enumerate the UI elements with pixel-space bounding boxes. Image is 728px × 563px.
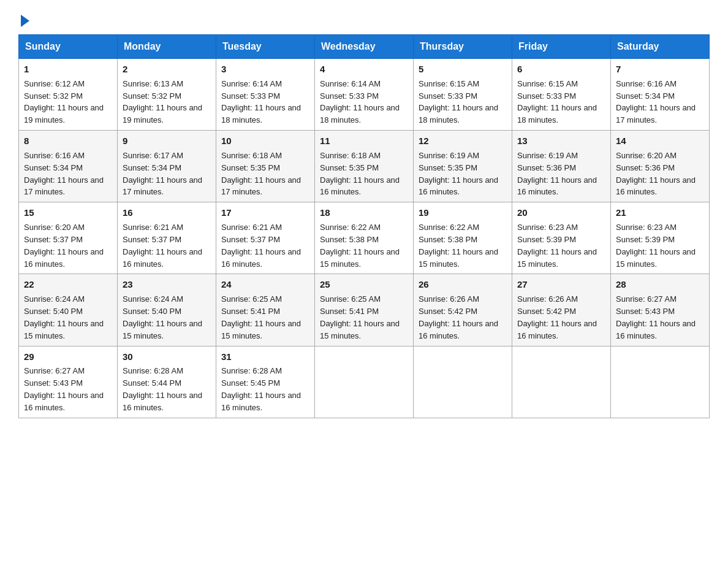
day-number: 10: [221, 134, 309, 148]
day-sunrise: Sunrise: 6:21 AM: [123, 223, 183, 232]
day-number: 27: [517, 278, 605, 291]
day-number: 15: [24, 206, 112, 220]
day-sunrise: Sunrise: 6:25 AM: [221, 294, 282, 304]
day-sunrise: Sunrise: 6:28 AM: [221, 366, 282, 375]
day-daylight: Daylight: 11 hours and 19 minutes.: [24, 103, 104, 124]
day-daylight: Daylight: 11 hours and 15 minutes.: [24, 319, 104, 340]
day-sunset: Sunset: 5:43 PM: [616, 307, 675, 316]
day-sunset: Sunset: 5:32 PM: [24, 91, 83, 101]
day-daylight: Daylight: 11 hours and 16 minutes.: [24, 391, 104, 412]
day-sunrise: Sunrise: 6:18 AM: [320, 151, 381, 160]
day-sunrise: Sunrise: 6:18 AM: [221, 151, 282, 160]
day-daylight: Daylight: 11 hours and 16 minutes.: [123, 247, 202, 269]
calendar-day-cell: 6Sunrise: 6:15 AMSunset: 5:33 PMDaylight…: [512, 59, 611, 131]
day-sunset: Sunset: 5:41 PM: [221, 307, 280, 316]
day-number: 6: [517, 63, 605, 76]
calendar-day-cell: 24Sunrise: 6:25 AMSunset: 5:41 PMDayligh…: [216, 274, 315, 346]
calendar-day-cell: 7Sunrise: 6:16 AMSunset: 5:34 PMDaylight…: [611, 59, 710, 131]
calendar-week-row: 8Sunrise: 6:16 AMSunset: 5:34 PMDaylight…: [19, 131, 710, 202]
day-sunrise: Sunrise: 6:12 AM: [24, 79, 85, 88]
day-sunrise: Sunrise: 6:27 AM: [616, 294, 677, 304]
day-sunset: Sunset: 5:43 PM: [24, 378, 83, 388]
calendar-day-cell: 21Sunrise: 6:23 AMSunset: 5:39 PMDayligh…: [611, 202, 710, 274]
day-daylight: Daylight: 11 hours and 16 minutes.: [24, 247, 104, 269]
day-sunrise: Sunrise: 6:25 AM: [320, 294, 381, 304]
day-sunset: Sunset: 5:39 PM: [517, 235, 576, 244]
weekday-header-friday: Friday: [512, 35, 611, 59]
calendar-day-cell: 9Sunrise: 6:17 AMSunset: 5:34 PMDaylight…: [118, 131, 216, 202]
day-daylight: Daylight: 11 hours and 16 minutes.: [320, 175, 400, 197]
day-daylight: Daylight: 11 hours and 16 minutes.: [221, 247, 301, 269]
day-sunrise: Sunrise: 6:20 AM: [616, 151, 677, 160]
day-sunrise: Sunrise: 6:23 AM: [616, 223, 677, 232]
calendar-day-cell: 4Sunrise: 6:14 AMSunset: 5:33 PMDaylight…: [315, 59, 414, 131]
day-sunset: Sunset: 5:42 PM: [517, 307, 576, 316]
day-number: 13: [517, 134, 605, 148]
day-sunrise: Sunrise: 6:16 AM: [24, 151, 85, 160]
calendar-day-cell: 10Sunrise: 6:18 AMSunset: 5:35 PMDayligh…: [216, 131, 315, 202]
weekday-header-saturday: Saturday: [611, 35, 710, 59]
logo-arrow-icon: [21, 15, 29, 27]
day-number: 31: [221, 350, 309, 364]
day-sunset: Sunset: 5:36 PM: [616, 163, 675, 172]
day-number: 4: [320, 63, 408, 76]
day-sunrise: Sunrise: 6:19 AM: [419, 151, 479, 160]
day-number: 25: [320, 278, 408, 291]
day-sunset: Sunset: 5:40 PM: [24, 307, 83, 316]
calendar-day-cell: 25Sunrise: 6:25 AMSunset: 5:41 PMDayligh…: [315, 274, 414, 346]
day-number: 28: [616, 278, 704, 291]
day-sunrise: Sunrise: 6:16 AM: [616, 79, 677, 88]
day-number: 19: [419, 206, 507, 220]
day-sunset: Sunset: 5:37 PM: [123, 235, 181, 244]
day-sunset: Sunset: 5:33 PM: [221, 91, 280, 101]
calendar-day-cell: 2Sunrise: 6:13 AMSunset: 5:32 PMDaylight…: [118, 59, 216, 131]
day-number: 14: [616, 134, 704, 148]
day-sunset: Sunset: 5:33 PM: [517, 91, 576, 101]
day-daylight: Daylight: 11 hours and 18 minutes.: [221, 103, 301, 124]
day-daylight: Daylight: 11 hours and 16 minutes.: [517, 319, 597, 340]
calendar-week-row: 22Sunrise: 6:24 AMSunset: 5:40 PMDayligh…: [19, 274, 710, 346]
day-sunrise: Sunrise: 6:14 AM: [221, 79, 282, 88]
calendar-day-cell: [315, 346, 414, 418]
calendar-day-cell: 19Sunrise: 6:22 AMSunset: 5:38 PMDayligh…: [414, 202, 512, 274]
day-daylight: Daylight: 11 hours and 15 minutes.: [320, 247, 400, 269]
calendar-day-cell: 12Sunrise: 6:19 AMSunset: 5:35 PMDayligh…: [414, 131, 512, 202]
calendar-day-cell: [611, 346, 710, 418]
day-sunset: Sunset: 5:42 PM: [419, 307, 477, 316]
weekday-header-thursday: Thursday: [414, 35, 512, 59]
day-number: 20: [517, 206, 605, 220]
day-daylight: Daylight: 11 hours and 16 minutes.: [517, 175, 597, 197]
day-sunset: Sunset: 5:34 PM: [24, 163, 83, 172]
calendar-day-cell: 8Sunrise: 6:16 AMSunset: 5:34 PMDaylight…: [19, 131, 118, 202]
day-daylight: Daylight: 11 hours and 17 minutes.: [221, 175, 301, 197]
day-sunset: Sunset: 5:32 PM: [123, 91, 181, 101]
calendar-day-cell: 18Sunrise: 6:22 AMSunset: 5:38 PMDayligh…: [315, 202, 414, 274]
day-number: 1: [24, 63, 112, 76]
day-daylight: Daylight: 11 hours and 15 minutes.: [123, 319, 202, 340]
calendar-day-cell: 5Sunrise: 6:15 AMSunset: 5:33 PMDaylight…: [414, 59, 512, 131]
day-daylight: Daylight: 11 hours and 16 minutes.: [616, 319, 696, 340]
day-sunset: Sunset: 5:40 PM: [123, 307, 181, 316]
calendar-week-row: 1Sunrise: 6:12 AMSunset: 5:32 PMDaylight…: [19, 59, 710, 131]
day-sunset: Sunset: 5:35 PM: [419, 163, 477, 172]
calendar-day-cell: 1Sunrise: 6:12 AMSunset: 5:32 PMDaylight…: [19, 59, 118, 131]
calendar-day-cell: 13Sunrise: 6:19 AMSunset: 5:36 PMDayligh…: [512, 131, 611, 202]
day-daylight: Daylight: 11 hours and 16 minutes.: [123, 391, 202, 412]
day-daylight: Daylight: 11 hours and 16 minutes.: [419, 175, 498, 197]
day-number: 23: [123, 278, 211, 291]
weekday-header-monday: Monday: [118, 35, 216, 59]
day-sunset: Sunset: 5:33 PM: [419, 91, 477, 101]
day-daylight: Daylight: 11 hours and 16 minutes.: [616, 175, 696, 197]
day-sunrise: Sunrise: 6:15 AM: [517, 79, 578, 88]
day-daylight: Daylight: 11 hours and 18 minutes.: [517, 103, 597, 124]
weekday-header-sunday: Sunday: [19, 35, 118, 59]
day-number: 8: [24, 134, 112, 148]
day-sunset: Sunset: 5:35 PM: [221, 163, 280, 172]
day-number: 17: [221, 206, 309, 220]
day-sunrise: Sunrise: 6:26 AM: [517, 294, 578, 304]
day-number: 29: [24, 350, 112, 364]
day-daylight: Daylight: 11 hours and 15 minutes.: [616, 247, 696, 269]
day-number: 9: [123, 134, 211, 148]
calendar-day-cell: 17Sunrise: 6:21 AMSunset: 5:37 PMDayligh…: [216, 202, 315, 274]
day-sunrise: Sunrise: 6:13 AM: [123, 79, 183, 88]
